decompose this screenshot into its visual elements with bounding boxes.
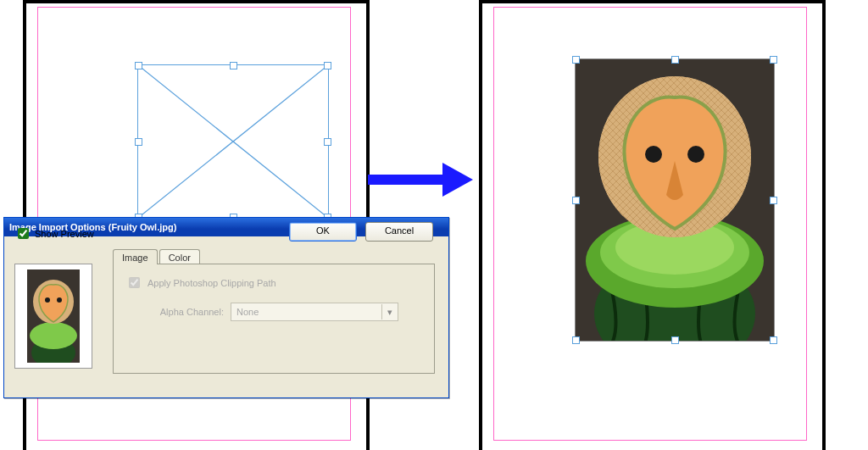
handle-mr[interactable]	[324, 138, 331, 146]
handle-br[interactable]	[770, 336, 777, 344]
svg-point-14	[30, 322, 77, 349]
chevron-down-icon: ▾	[381, 304, 398, 319]
alpha-channel-label: Alpha Channel:	[125, 307, 224, 317]
tabs: Image Color	[113, 248, 199, 264]
fruity-owl-image	[576, 59, 774, 341]
show-preview-label: Show Preview	[35, 229, 94, 239]
cancel-button[interactable]: Cancel	[365, 222, 433, 242]
show-preview-checkbox[interactable]	[18, 228, 29, 239]
preview-thumbnail	[14, 264, 92, 369]
handle-ml[interactable]	[572, 197, 580, 204]
handle-bl[interactable]	[572, 336, 580, 344]
apply-clipping-label: Apply Photoshop Clipping Path	[147, 278, 276, 288]
handle-tl[interactable]	[572, 56, 580, 64]
handle-tm[interactable]	[671, 56, 679, 64]
tab-image[interactable]: Image	[113, 249, 158, 264]
alpha-channel-select: None ▾	[231, 303, 398, 321]
fruity-owl-thumb	[27, 269, 80, 363]
svg-point-10	[645, 146, 662, 163]
svg-point-16	[45, 297, 50, 303]
image-import-options-dialog: Image Import Options (Fruity Owl.jpg) Im…	[3, 217, 449, 398]
svg-point-11	[687, 146, 704, 163]
stage: Image Import Options (Fruity Owl.jpg) Im…	[0, 0, 868, 450]
panel-image: Apply Photoshop Clipping Path Alpha Chan…	[113, 264, 435, 374]
handle-mr[interactable]	[770, 197, 777, 204]
handle-ml[interactable]	[135, 138, 142, 146]
handle-tr[interactable]	[324, 62, 331, 69]
ok-button[interactable]: OK	[289, 222, 357, 242]
apply-clipping-checkbox	[129, 277, 140, 288]
tab-color[interactable]: Color	[159, 249, 200, 264]
placeholder-frame[interactable]	[137, 64, 329, 219]
svg-point-17	[57, 297, 62, 303]
handle-tr[interactable]	[770, 56, 777, 64]
alpha-channel-value: None	[236, 307, 259, 317]
handle-tm[interactable]	[230, 62, 237, 69]
placed-image-frame[interactable]	[575, 58, 775, 342]
handle-tl[interactable]	[135, 62, 142, 69]
arrow-icon	[368, 163, 476, 197]
frame-x-icon	[138, 65, 328, 218]
handle-bm[interactable]	[671, 336, 679, 344]
